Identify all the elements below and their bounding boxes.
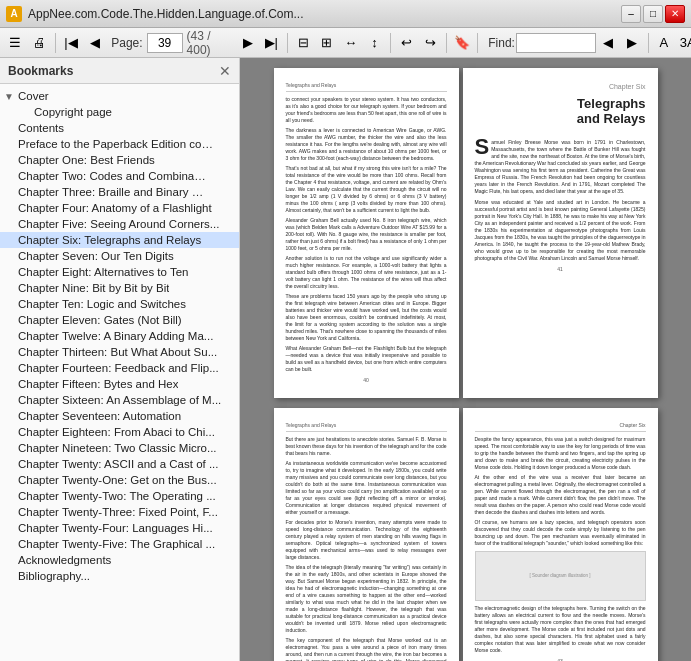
- right-page-body-3: Of course, we humans are a lazy species,…: [475, 519, 646, 547]
- text-mode-button[interactable]: A: [652, 31, 675, 55]
- find-input[interactable]: [516, 33, 596, 53]
- page-number-input[interactable]: [147, 33, 183, 53]
- sidebar-item-label: Chapter One: Best Friends: [18, 154, 155, 166]
- sidebar-item-ch15[interactable]: Chapter Fifteen: Bytes and Hex: [0, 376, 239, 392]
- page-view[interactable]: Telegraphs and Relays to connect your sp…: [240, 58, 691, 661]
- find-next-button[interactable]: ▶: [621, 31, 644, 55]
- book-page-right-1: Chapter Six Telegraphs and Relays S amue…: [463, 68, 658, 398]
- sidebar-item-cover[interactable]: ▼ Cover: [0, 88, 239, 104]
- page-label: Page:: [111, 36, 142, 50]
- sidebar-item-label: Chapter Ten: Logic and Switches: [18, 298, 186, 310]
- sidebar-item-ch5[interactable]: Chapter Five: Seeing Around Corners...: [0, 216, 239, 232]
- separator-1: [55, 33, 56, 53]
- sidebar-item-ch11[interactable]: Chapter Eleven: Gates (Not Bill): [0, 312, 239, 328]
- sidebar-item-ch9[interactable]: Chapter Nine: Bit by Bit by Bit: [0, 280, 239, 296]
- sidebar-item-label: Chapter Fourteen: Feedback and Flip...: [18, 362, 219, 374]
- left-page-header: Telegraphs and Relays: [286, 82, 447, 92]
- sidebar-item-preface[interactable]: Preface to the Paperback Edition code (k…: [0, 136, 239, 152]
- left-page-body-2: As instantaneous worldwide communication…: [286, 460, 447, 516]
- sidebar-item-label: Chapter Two: Codes and Combinatio...: [18, 170, 208, 182]
- sidebar-item-ch4[interactable]: Chapter Four: Anatomy of a Flashlight: [0, 200, 239, 216]
- sidebar-item-ch21[interactable]: Chapter Twenty-One: Get on the Bus...: [0, 472, 239, 488]
- bookmark-button[interactable]: 🔖: [450, 31, 473, 55]
- sidebar-item-copyright[interactable]: Copyright page: [0, 104, 239, 120]
- sidebar-item-ch25[interactable]: Chapter Twenty-Five: The Graphical ...: [0, 536, 239, 552]
- sidebar-item-label: Chapter Nine: Bit by Bit by Bit: [18, 282, 169, 294]
- app-icon: A: [6, 6, 22, 22]
- sidebar-content[interactable]: ▼ Cover Copyright page Contents Preface …: [0, 84, 239, 661]
- extra-button[interactable]: 3A: [676, 31, 691, 55]
- sidebar-item-label: Chapter Seven: Our Ten Digits: [18, 250, 174, 262]
- sidebar-item-label: Chapter Fifteen: Bytes and Hex: [18, 378, 178, 390]
- sidebar-item-ch24[interactable]: Chapter Twenty-Four: Languages Hi...: [0, 520, 239, 536]
- sidebar-item-ch10[interactable]: Chapter Ten: Logic and Switches: [0, 296, 239, 312]
- zoom-out-button[interactable]: ⊟: [292, 31, 315, 55]
- sidebar-item-label: Copyright page: [34, 106, 112, 118]
- sidebar-item-ch13[interactable]: Chapter Thirteen: But What About Su...: [0, 344, 239, 360]
- page-body-text-7: What Alexander Graham Bell—not the Flash…: [286, 345, 447, 373]
- book-page-right-2: Chapter Six Despite the fancy appearance…: [463, 408, 658, 661]
- left-page-body-4: The idea of the telegraph (literally mea…: [286, 564, 447, 634]
- minimize-button[interactable]: –: [621, 5, 641, 23]
- sidebar-item-label: Chapter Twenty-One: Get on the Bus...: [18, 474, 217, 486]
- prev-page-button[interactable]: ◀: [83, 31, 106, 55]
- sounder-diagram: [ Sounder diagram illustration ]: [475, 551, 646, 601]
- sidebar-item-ch12[interactable]: Chapter Twelve: A Binary Adding Ma...: [0, 328, 239, 344]
- maximize-button[interactable]: □: [643, 5, 663, 23]
- sidebar-item-ch16[interactable]: Chapter Sixteen: An Assemblage of M...: [0, 392, 239, 408]
- sidebar-item-label: Chapter Eleven: Gates (Not Bill): [18, 314, 182, 326]
- sidebar-item-ch2[interactable]: Chapter Two: Codes and Combinatio...: [0, 168, 239, 184]
- page-body-text-5: Another solution is to run not the volta…: [286, 255, 447, 290]
- sidebar-item-ch14[interactable]: Chapter Fourteen: Feedback and Flip...: [0, 360, 239, 376]
- toolbar-buttons: ☰ 🖨 |◀ ◀ Page: (43 / 400) ▶ ▶| ⊟ ⊞ ↔ ↕ ↩…: [4, 29, 691, 57]
- sidebar-item-ch19[interactable]: Chapter Nineteen: Two Classic Micro...: [0, 440, 239, 456]
- tree-arrow-contents: [4, 123, 18, 134]
- sidebar-item-contents[interactable]: Contents: [0, 120, 239, 136]
- close-button[interactable]: ✕: [665, 5, 685, 23]
- page-body-text-3: That's not bad at all, but what if my st…: [286, 165, 447, 214]
- right-page-header-2: Chapter Six: [475, 422, 646, 432]
- sidebar-item-ch3[interactable]: Chapter Three: Braille and Binary Co...: [0, 184, 239, 200]
- page-box: Page: (43 / 400): [111, 29, 231, 57]
- menu-button[interactable]: ☰: [4, 31, 27, 55]
- sidebar-item-ch20[interactable]: Chapter Twenty: ASCII and a Cast of ...: [0, 456, 239, 472]
- sidebar-item-ch17[interactable]: Chapter Seventeen: Automation: [0, 408, 239, 424]
- sidebar-item-label: Chapter Six: Telegraphs and Relays: [18, 234, 201, 246]
- sidebar-item-ch8[interactable]: Chapter Eight: Alternatives to Ten: [0, 264, 239, 280]
- sidebar-item-ch18[interactable]: Chapter Eighteen: From Abaci to Chi...: [0, 424, 239, 440]
- next-page-button[interactable]: ▶: [236, 31, 259, 55]
- sidebar-item-label: Chapter Twenty: ASCII and a Cast of ...: [18, 458, 219, 470]
- find-prev-button[interactable]: ◀: [597, 31, 620, 55]
- zoom-in-button[interactable]: ⊞: [315, 31, 338, 55]
- fit-page-button[interactable]: ↕: [363, 31, 386, 55]
- separator-6: [648, 33, 649, 53]
- first-page-button[interactable]: |◀: [60, 31, 83, 55]
- sidebar-item-ch7[interactable]: Chapter Seven: Our Ten Digits: [0, 248, 239, 264]
- tree-arrow-preface: [4, 139, 18, 150]
- toolbar: ☰ 🖨 |◀ ◀ Page: (43 / 400) ▶ ▶| ⊟ ⊞ ↔ ↕ ↩…: [0, 28, 691, 58]
- sidebar-item-label: Chapter Nineteen: Two Classic Micro...: [18, 442, 217, 454]
- sidebar-item-bib[interactable]: Bibliography...: [0, 568, 239, 584]
- fit-width-button[interactable]: ↔: [339, 31, 362, 55]
- sidebar-item-label: Chapter Four: Anatomy of a Flashlight: [18, 202, 212, 214]
- sidebar-item-label: Chapter Five: Seeing Around Corners...: [18, 218, 219, 230]
- sidebar-item-ch6[interactable]: Chapter Six: Telegraphs and Relays: [0, 232, 239, 248]
- sidebar: Bookmarks ✕ ▼ Cover Copyright page Conte…: [0, 58, 240, 661]
- print-button[interactable]: 🖨: [28, 31, 51, 55]
- book-page-left-1: Telegraphs and Relays to connect your sp…: [274, 68, 459, 398]
- left-page-body-5: The key component of the telegraph that …: [286, 637, 447, 661]
- rotate-left-button[interactable]: ↩: [395, 31, 418, 55]
- drop-cap: S: [475, 139, 490, 156]
- sidebar-item-label: Acknowledgments: [18, 554, 111, 566]
- chapter-intro-text: S amuel Finley Breese Morse was born in …: [475, 139, 646, 195]
- right-page-body-1: Despite the fancy appearance, this was j…: [475, 436, 646, 471]
- sidebar-item-ch1[interactable]: Chapter One: Best Friends: [0, 152, 239, 168]
- sidebar-item-label: Chapter Sixteen: An Assemblage of M...: [18, 394, 221, 406]
- window-controls[interactable]: – □ ✕: [621, 5, 685, 23]
- sidebar-item-ack[interactable]: Acknowledgments: [0, 552, 239, 568]
- last-page-button[interactable]: ▶|: [260, 31, 283, 55]
- sidebar-item-ch22[interactable]: Chapter Twenty-Two: The Operating ...: [0, 488, 239, 504]
- sidebar-item-ch23[interactable]: Chapter Twenty-Three: Fixed Point, F...: [0, 504, 239, 520]
- sidebar-close-button[interactable]: ✕: [219, 64, 231, 78]
- rotate-right-button[interactable]: ↪: [419, 31, 442, 55]
